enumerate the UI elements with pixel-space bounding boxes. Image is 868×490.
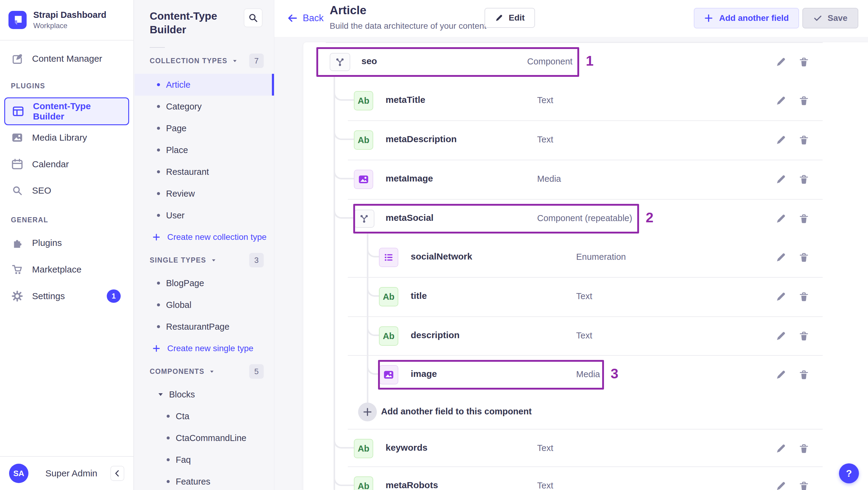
text-icon: Ab — [379, 287, 398, 306]
sidebar-item-label: Settings — [32, 291, 65, 301]
tree-elbow — [334, 202, 354, 219]
row-divider — [348, 316, 823, 317]
edit-field-button[interactable] — [775, 291, 787, 303]
delete-field-button[interactable] — [798, 213, 810, 225]
page-header: Back Article Build the data architecture… — [274, 0, 868, 37]
sidebar-item-seo[interactable]: SEO — [4, 180, 129, 202]
plus-icon — [152, 233, 161, 241]
sidebar-item-marketplace[interactable]: Marketplace — [4, 258, 129, 280]
back-link[interactable]: Back — [287, 13, 323, 24]
field-name: metaDescription — [385, 134, 457, 144]
tree-elbow — [367, 358, 379, 375]
field-type: Text — [537, 443, 553, 453]
avatar[interactable]: SA — [9, 464, 28, 483]
panel-item-category[interactable]: Category — [134, 96, 274, 117]
edit-field-button[interactable] — [775, 369, 787, 381]
delete-field-button[interactable] — [798, 442, 810, 455]
panel-sections: COLLECTION TYPES7ArticleCategoryPagePlac… — [134, 48, 274, 490]
pencil-icon — [495, 13, 503, 22]
page-title: Article — [330, 4, 366, 17]
sidebar-item-label: Content-Type Builder — [33, 101, 122, 122]
delete-field-button[interactable] — [798, 330, 810, 342]
sidebar-item-plugins[interactable]: Plugins — [4, 232, 129, 254]
tree-elbow — [367, 319, 379, 336]
builder-panel: Content-Type Builder COLLECTION TYPES7Ar… — [134, 0, 274, 490]
sidebar-item-content-type-builder[interactable]: Content-Type Builder — [4, 97, 129, 125]
edit-field-button[interactable] — [775, 330, 787, 342]
sidebar-sections: PLUGINSContent-Type BuilderMedia Library… — [0, 79, 133, 307]
row-divider — [348, 429, 823, 429]
tree-line-level1 — [334, 77, 335, 490]
sidebar-item-calendar[interactable]: Calendar — [4, 153, 129, 175]
panel-item-place[interactable]: Place — [134, 139, 274, 161]
panel-item-user[interactable]: User — [134, 205, 274, 226]
delete-field-button[interactable] — [798, 369, 810, 381]
panel-item-page[interactable]: Page — [134, 117, 274, 139]
edit-field-button[interactable] — [775, 213, 787, 225]
panel-item-blogpage[interactable]: BlogPage — [134, 272, 274, 294]
panel-item-features[interactable]: Features — [134, 471, 274, 490]
save-button[interactable]: Save — [802, 8, 858, 28]
delete-field-button[interactable] — [798, 480, 810, 490]
sidebar-item-settings[interactable]: Settings1 — [4, 285, 129, 307]
help-button[interactable]: ? — [839, 463, 859, 483]
edit-field-button[interactable] — [775, 251, 787, 264]
edit-button[interactable]: Edit — [485, 8, 535, 28]
sidebar-item-media-library[interactable]: Media Library — [4, 127, 129, 149]
layout-icon — [12, 105, 25, 117]
back-label: Back — [303, 13, 323, 24]
edit-field-button[interactable] — [775, 56, 787, 68]
panel-item-article[interactable]: Article — [134, 74, 274, 96]
edit-field-button[interactable] — [775, 95, 787, 107]
sidebar-item-label: Media Library — [32, 132, 87, 143]
panel-item-review[interactable]: Review — [134, 183, 274, 205]
notification-badge: 1 — [107, 289, 121, 303]
plus-icon — [152, 344, 161, 353]
field-type: Media — [576, 369, 600, 379]
edit-field-button[interactable] — [775, 442, 787, 455]
panel-item-restaurant[interactable]: Restaurant — [134, 161, 274, 183]
edit-field-button[interactable] — [775, 173, 787, 185]
main-area: seoComponent1AbmetaTitleTextAbmetaDescri… — [274, 0, 868, 490]
panel-group-blocks[interactable]: Blocks — [134, 384, 274, 405]
annotation-number: 1 — [586, 53, 594, 69]
delete-field-button[interactable] — [798, 95, 810, 107]
panel-section-header[interactable]: SINGLE TYPES3 — [134, 248, 274, 272]
edit-field-button[interactable] — [775, 134, 787, 146]
collapse-sidebar-button[interactable] — [111, 466, 124, 481]
search-icon — [11, 185, 24, 196]
create-new-link[interactable]: Create new collection type — [134, 226, 274, 248]
create-new-link[interactable]: Create new single type — [134, 338, 274, 359]
panel-item-restaurantpage[interactable]: RestaurantPage — [134, 316, 274, 338]
field-type: Enumeration — [576, 252, 626, 262]
delete-field-button[interactable] — [798, 134, 810, 146]
panel-item-ctacommandline[interactable]: CtaCommandLine — [134, 427, 274, 449]
chevron-down-icon — [232, 58, 238, 63]
component-icon — [330, 53, 350, 71]
sidebar-item-content-manager[interactable]: Content Manager — [4, 48, 129, 69]
delete-field-button[interactable] — [798, 291, 810, 303]
panel-section-header[interactable]: COLLECTION TYPES7 — [134, 48, 274, 74]
delete-field-button[interactable] — [798, 56, 810, 68]
panel-item-global[interactable]: Global — [134, 294, 274, 316]
brand-text: Strapi Dashboard Workplace — [33, 10, 106, 30]
search-button[interactable] — [244, 8, 262, 27]
panel-item-cta[interactable]: Cta — [134, 405, 274, 427]
count-badge: 3 — [249, 253, 264, 267]
panel-item-faq[interactable]: Faq — [134, 449, 274, 471]
tree-elbow — [334, 162, 354, 179]
delete-field-button[interactable] — [798, 173, 810, 185]
field-type: Component (repeatable) — [537, 213, 632, 223]
field-name: title — [411, 291, 427, 301]
delete-field-button[interactable] — [798, 251, 810, 264]
strapi-logo-icon — [8, 11, 27, 29]
tree-elbow — [334, 84, 354, 101]
panel-section-header[interactable]: COMPONENTS5 — [134, 359, 274, 384]
field-name: image — [411, 369, 437, 379]
add-another-field-button[interactable]: Add another field — [694, 8, 799, 28]
add-field-to-component-button[interactable] — [358, 403, 377, 421]
text-icon: Ab — [354, 91, 373, 111]
text-icon: Ab — [354, 130, 373, 150]
edit-field-button[interactable] — [775, 480, 787, 490]
nav-section-label: PLUGINS — [0, 79, 133, 93]
